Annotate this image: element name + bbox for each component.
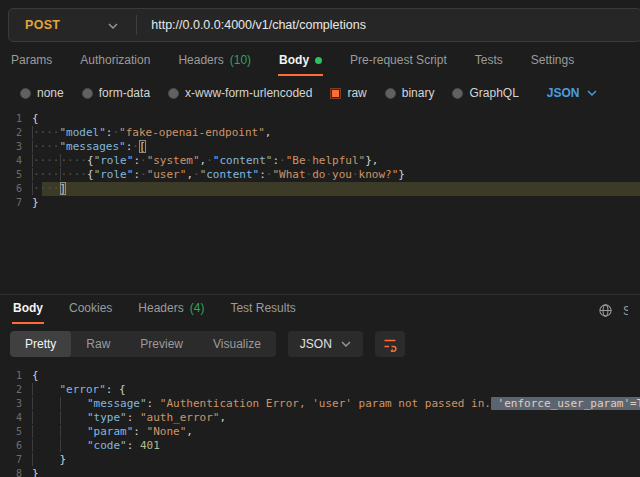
tab-body[interactable]: Body (278, 47, 323, 76)
response-headers-count-badge: (4) (190, 301, 205, 315)
code-line[interactable]: 3····"messages":·[ (0, 140, 640, 154)
radio-x-www-form-urlencoded[interactable]: x-www-form-urlencoded (168, 86, 312, 100)
response-panel: Body Cookies Headers(4) Test Results S P… (0, 294, 640, 477)
code-line[interactable]: 7} (0, 196, 640, 210)
body-type-row: none form-data x-www-form-urlencoded raw… (0, 76, 640, 108)
line-number: 2 (0, 383, 32, 397)
view-preview-button[interactable]: Preview (125, 331, 198, 357)
radio-raw[interactable]: raw (330, 86, 366, 100)
clipped-status-text: S (623, 304, 628, 318)
response-body-viewer[interactable]: 1{2 "error": {3 "message": "Authenticati… (0, 365, 640, 477)
line-number: 5 (0, 425, 32, 439)
code-line[interactable]: 8} (0, 467, 640, 477)
line-number: 3 (0, 397, 32, 411)
line-number: 4 (0, 154, 32, 168)
word-wrap-icon (382, 336, 398, 352)
url-bar: POST http://0.0.0.0:4000/v1/chat/complet… (8, 8, 640, 42)
method-selector[interactable]: POST (9, 18, 74, 32)
radio-icon (385, 88, 396, 99)
view-raw-button[interactable]: Raw (71, 331, 125, 357)
code-line[interactable]: 2 "error": { (0, 383, 640, 397)
tab-test-results[interactable]: Test Results (229, 295, 296, 324)
tab-cookies[interactable]: Cookies (68, 295, 113, 324)
line-number: 6 (0, 439, 32, 453)
radio-selected-icon (330, 88, 341, 99)
radio-none[interactable]: none (20, 86, 64, 100)
radio-binary[interactable]: binary (385, 86, 435, 100)
tab-settings[interactable]: Settings (530, 47, 575, 76)
line-number: 2 (0, 126, 32, 140)
code-line[interactable]: 5········{"role":·"user",·"content":·"Wh… (0, 168, 640, 182)
tab-headers[interactable]: Headers(10) (177, 47, 252, 76)
code-line[interactable]: 4 "type": "auth_error", (0, 411, 640, 425)
radio-icon (452, 88, 463, 99)
line-number: 3 (0, 140, 32, 154)
line-number: 7 (0, 453, 32, 467)
view-mode-group: Pretty Raw Preview Visualize (10, 331, 276, 357)
radio-icon (168, 88, 179, 99)
chevron-down-icon[interactable] (74, 21, 136, 29)
tab-response-headers[interactable]: Headers(4) (137, 295, 205, 324)
code-line[interactable]: 6····] (0, 182, 640, 196)
response-meta: S (598, 303, 628, 324)
code-line[interactable]: 4········{"role":·"system",·"content":·"… (0, 154, 640, 168)
response-view-row: Pretty Raw Preview Visualize JSON (0, 324, 640, 365)
body-modified-dot (315, 57, 322, 64)
headers-count-badge: (10) (230, 53, 251, 67)
tab-authorization[interactable]: Authorization (79, 47, 151, 76)
request-format-dropdown[interactable]: JSON (547, 86, 597, 100)
code-line[interactable]: 1{ (0, 369, 640, 383)
radio-icon (20, 88, 31, 99)
request-panel: POST http://0.0.0.0:4000/v1/chat/complet… (0, 8, 640, 302)
tab-params[interactable]: Params (10, 47, 53, 76)
line-number: 7 (0, 196, 32, 210)
chevron-down-icon (587, 90, 597, 96)
radio-form-data[interactable]: form-data (82, 86, 150, 100)
view-visualize-button[interactable]: Visualize (198, 331, 276, 357)
line-number: 1 (0, 369, 32, 383)
response-format-dropdown[interactable]: JSON (288, 331, 363, 357)
wrap-text-button[interactable] (375, 331, 405, 357)
postman-window: { "request": { "method": "POST", "url": … (0, 0, 640, 477)
radio-graphql[interactable]: GraphQL (452, 86, 518, 100)
view-pretty-button[interactable]: Pretty (10, 331, 71, 357)
radio-icon (82, 88, 93, 99)
tab-pre-request-script[interactable]: Pre-request Script (349, 47, 448, 76)
line-number: 8 (0, 467, 32, 477)
line-number: 5 (0, 168, 32, 182)
code-line[interactable]: 1{ (0, 112, 640, 126)
globe-icon (598, 303, 613, 318)
url-input[interactable]: http://0.0.0.0:4000/v1/chat/completions (137, 18, 640, 32)
code-line[interactable]: 7 } (0, 453, 640, 467)
code-line[interactable]: 2····"model":·"fake-openai-endpoint", (0, 126, 640, 140)
tab-tests[interactable]: Tests (474, 47, 504, 76)
request-body-editor[interactable]: 1{2····"model":·"fake-openai-endpoint",3… (0, 108, 640, 302)
line-number: 4 (0, 411, 32, 425)
tab-response-body[interactable]: Body (12, 295, 44, 324)
request-tabs: Params Authorization Headers(10) Body Pr… (0, 46, 640, 76)
response-tabs: Body Cookies Headers(4) Test Results S (0, 295, 640, 324)
chevron-down-icon (341, 341, 351, 347)
line-number: 6 (0, 182, 32, 196)
code-line[interactable]: 6 "code": 401 (0, 439, 640, 453)
code-line[interactable]: 3 "message": "Authentication Error, 'use… (0, 397, 640, 411)
code-line[interactable]: 5 "param": "None", (0, 425, 640, 439)
line-number: 1 (0, 112, 32, 126)
